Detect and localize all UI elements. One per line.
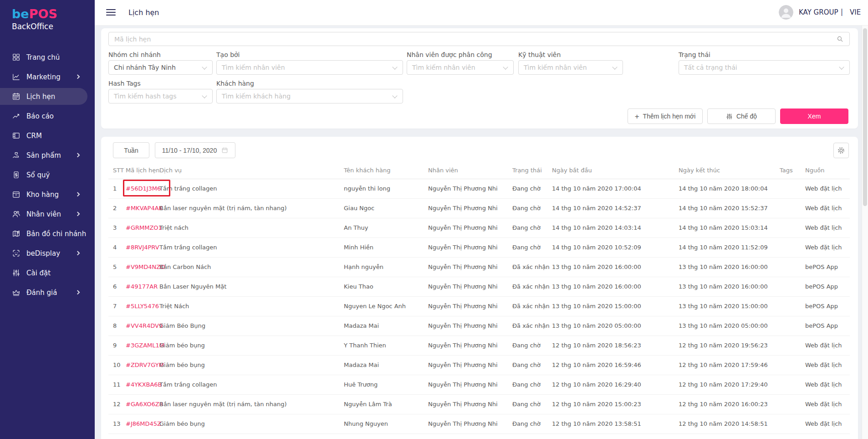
created-by-select[interactable]: Tìm kiếm nhân viên (216, 60, 403, 75)
sidebar-item-san-pham[interactable]: Sản phẩm (0, 145, 95, 165)
hamburger-menu-icon[interactable] (106, 9, 116, 17)
add-appointment-button[interactable]: + Thêm lịch hẹn mới (628, 108, 703, 124)
chevron-down-icon (202, 64, 207, 69)
appointment-code-link[interactable]: #GRMMZO1 (126, 224, 162, 231)
sidebar-item-so-quy[interactable]: Sổ quỹ (0, 165, 95, 185)
cell-code: #V9MD4NZO (126, 257, 159, 277)
cell-customer: Kieu Thao (344, 277, 428, 296)
cell-stt: 6 (108, 277, 126, 296)
sidebar-item-label: Cài đặt (26, 269, 51, 277)
filter-label: Kỹ thuật viên (518, 51, 623, 60)
appointment-code-link[interactable]: #49177AR (126, 283, 158, 290)
cell-customer: Nguyễn Lâm Trà (344, 394, 428, 414)
cell-source: Web đặt lịch (805, 198, 850, 218)
chevron-right-icon (76, 192, 80, 196)
view-button[interactable]: Xem (780, 108, 848, 124)
sidebar-item-danh-gia[interactable]: Đánh giá (0, 283, 95, 302)
sidebar-item-label: Đánh giá (26, 289, 57, 297)
appointment-code-link[interactable]: #J86MD45Z (126, 420, 161, 427)
appointment-row: 10#ZDRV7GYMGiảm béo bụngMadaza MaiNguyễn… (108, 355, 850, 375)
search-icon[interactable] (836, 35, 844, 43)
appointment-code-link[interactable]: #3GZAML1M (126, 342, 164, 349)
technician-select[interactable]: Tìm kiếm nhân viên (518, 60, 623, 75)
user-avatar[interactable] (779, 5, 793, 20)
cell-code: #ZDRV7GYM (126, 355, 159, 375)
cell-status: Đang chờ (512, 414, 552, 434)
appointment-code-link[interactable]: #ZDRV7GYM (126, 362, 164, 368)
cell-end: 14 thg 10 năm 2020 18:00:04 (679, 179, 780, 198)
sidebar-item-label: Báo cáo (26, 112, 54, 120)
appointment-code-link[interactable]: #56D1J3M6 (126, 185, 161, 192)
cell-end: 14 thg 10 năm 2020 15:52:37 (679, 198, 780, 218)
account-name[interactable]: KAY GROUP (799, 8, 838, 16)
sidebar-item-cai-dat[interactable]: Cài đặt (0, 263, 95, 283)
table-settings-button[interactable] (833, 143, 849, 158)
appointment-code-link[interactable]: #5LLY5476 (126, 303, 159, 310)
appointment-code-search-input[interactable]: Mã lịch hẹn (108, 32, 850, 46)
cell-tags (780, 277, 805, 296)
calendar-icon (221, 147, 228, 154)
customer-select[interactable]: Tìm kiếm khách hàng (216, 89, 403, 103)
brand-subtitle: BackOffice (12, 22, 95, 31)
scrollbar-thumb[interactable] (863, 28, 867, 206)
hash-tags-select[interactable]: Tìm kiếm hash tags (108, 89, 213, 103)
sidebar-item-nhan-vien[interactable]: Nhân viên (0, 204, 95, 224)
cell-end: 13 thg 10 năm 2020 05:00:00 (679, 316, 780, 336)
sidebar-item-marketing[interactable]: Marketing (0, 67, 95, 87)
cell-status: Đã xác nhận (512, 257, 552, 277)
select-value: Tìm kiếm nhân viên (222, 64, 285, 71)
sidebar-item-label: Nhân viên (26, 210, 61, 218)
search-placeholder: Mã lịch hẹn (114, 36, 151, 43)
cell-status: Đang chờ (512, 394, 552, 414)
brand-name-be: be (12, 7, 29, 21)
cell-source: Web đặt lịch (805, 414, 850, 434)
cell-start: 12 thg 10 năm 2020 13:58:51 (552, 414, 679, 434)
appointment-code-link[interactable]: #4YKXBA6B (126, 381, 162, 388)
appointment-row: 4#8RVJ4PRVTắm trắng collagenMinh HiềnNgu… (108, 238, 850, 257)
filter-field-branch-group: Nhóm chi nhánhChi nhánh Tây Ninh (108, 51, 213, 75)
col-service: Dịch vụ (159, 162, 344, 179)
col-end: Ngày kết thúc (679, 162, 780, 179)
cell-start: 14 thg 10 năm 2020 14:03:14 (552, 218, 679, 238)
sidebar-item-lich-hen[interactable]: Lịch hẹn (0, 87, 95, 106)
person-icon (779, 5, 793, 20)
appointment-code-link[interactable]: #8RVJ4PRV (126, 244, 159, 251)
status-select[interactable]: Tất cả trạng thái (679, 60, 850, 75)
assigned-staff-select[interactable]: Tìm kiếm nhân viên (407, 60, 514, 75)
chart-icon (12, 72, 20, 81)
filter-field-created-by: Tạo bởiTìm kiếm nhân viên (216, 51, 403, 75)
sidebar-item-bedisplay[interactable]: beDisplay (0, 243, 95, 263)
cell-start: 12 thg 10 năm 2020 15:00:23 (552, 394, 679, 414)
sidebar-item-crm[interactable]: CRM (0, 126, 95, 145)
sidebar-item-trang-chu[interactable]: Trang chủ (0, 47, 95, 67)
cell-start: 14 thg 10 năm 2020 10:52:09 (552, 238, 679, 257)
crown-icon (12, 288, 20, 297)
cell-end: 12 thg 10 năm 2020 16:00:23 (679, 394, 780, 414)
sidebar-item-bao-cao[interactable]: Báo cáo (0, 106, 95, 126)
vertical-scrollbar[interactable] (862, 26, 868, 439)
mode-button[interactable]: Chế độ (707, 108, 776, 124)
cell-tags (780, 257, 805, 277)
cell-end: 12 thg 10 năm 2020 19:56:23 (679, 336, 780, 355)
filter-field-customer: Khách hàngTìm kiếm khách hàng (216, 80, 403, 103)
appointment-code-link[interactable]: #MKVAP4AK (126, 205, 163, 212)
cell-service: Tắm trắng collagen (159, 179, 344, 198)
cell-customer: Madaza Mai (344, 316, 428, 336)
branch-group-select[interactable]: Chi nhánh Tây Ninh (108, 60, 213, 75)
cell-status: Đã xác nhận (512, 316, 552, 336)
appointment-code-link[interactable]: #VV4R4DV9 (126, 322, 163, 329)
cell-source: Web đặt lịch (805, 179, 850, 198)
period-button[interactable]: Tuần (113, 142, 149, 158)
cell-status: Đã xác nhận (512, 277, 552, 296)
cell-status: Đang chờ (512, 238, 552, 257)
cell-staff: Nguyễn Thị Phương Nhi (428, 179, 512, 198)
sidebar-item-label: Marketing (26, 73, 61, 81)
appointment-row: 5#V9MD4NZOBắn Carbon NáchHạnh nguyễnNguy… (108, 257, 850, 277)
cell-start: 13 thg 10 năm 2020 16:00:00 (552, 277, 679, 296)
sidebar-item-ban-do-chi-nhanh[interactable]: Bản đồ chi nhánh (0, 224, 95, 243)
appointment-code-link[interactable]: #GA6XO6Z8 (126, 401, 163, 408)
language-switcher[interactable]: VIE (850, 8, 861, 16)
date-range-picker[interactable]: 11/10 - 17/10, 2020 (155, 142, 235, 158)
sidebar-item-kho-hang[interactable]: Kho hàng (0, 185, 95, 204)
cell-start: 14 thg 10 năm 2020 17:00:04 (552, 179, 679, 198)
